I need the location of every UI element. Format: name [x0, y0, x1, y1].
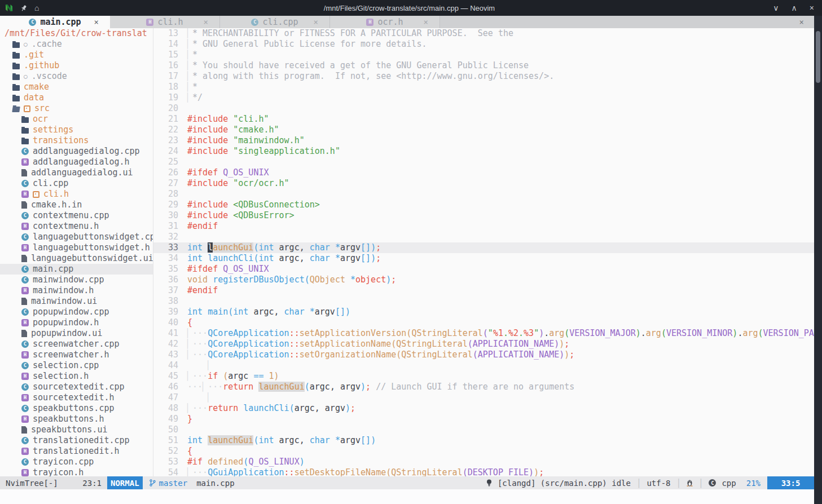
code-line-46[interactable]: 46···▏···return launchGui(argc, argv); /…	[153, 382, 814, 392]
code-line-33[interactable]: 33int launchGui(int argc, char *argv[]);	[153, 242, 814, 253]
tree-item-src[interactable]: src	[0, 103, 153, 114]
code-line-54[interactable]: 54▏···QGuiApplication::setDesktopFileNam…	[153, 467, 814, 476]
tree-item-mainwindow.ui[interactable]: mainwindow.ui	[0, 296, 153, 307]
code-line-16[interactable]: 16▏* You should have received a get of t…	[153, 60, 814, 71]
code-line-24[interactable]: 24#include "singleapplication.h"	[153, 146, 814, 157]
close-tab-icon[interactable]: ×	[94, 17, 99, 26]
code-line-17[interactable]: 17▏* along with this program. If not, se…	[153, 71, 814, 82]
code-line-19[interactable]: 19▏*/	[153, 92, 814, 103]
tree-item-languagebuttonswidget.cp[interactable]: Clanguagebuttonswidget.cp	[0, 232, 153, 242]
code-line-36[interactable]: 36void registerDBusObject(QObject *objec…	[153, 275, 814, 285]
code-line-15[interactable]: 15▏*	[153, 50, 814, 60]
code-line-22[interactable]: 22#include "cmake.h"	[153, 125, 814, 135]
code-line-38[interactable]: 38	[153, 296, 814, 307]
tree-item-screenwatcher.h[interactable]: Hscreenwatcher.h	[0, 350, 153, 360]
code-line-34[interactable]: 34int launchCli(int argc, char *argv[]);	[153, 253, 814, 264]
code-line-39[interactable]: 39int main(int argc, char *argv[])	[153, 307, 814, 317]
tree-item-cmake.h.in[interactable]: cmake.h.in	[0, 200, 153, 210]
tree-item-screenwatcher.cpp[interactable]: Cscreenwatcher.cpp	[0, 339, 153, 350]
tree-item-contextmenu.cpp[interactable]: Ccontextmenu.cpp	[0, 210, 153, 221]
code-line-48[interactable]: 48▏···return launchCli(argc, argv);	[153, 403, 814, 414]
tree-item-mainwindow.h[interactable]: Hmainwindow.h	[0, 285, 153, 296]
tree-item-sourcetextedit.cpp[interactable]: Csourcetextedit.cpp	[0, 382, 153, 392]
code-line-35[interactable]: 35#ifdef Q_OS_UNIX	[153, 264, 814, 275]
close-tab-icon[interactable]: ×	[424, 17, 428, 26]
code-line-43[interactable]: 43▏···QCoreApplication::setOrganizationN…	[153, 350, 814, 360]
close-tab-icon[interactable]: ×	[314, 17, 318, 26]
tree-item-contextmenu.h[interactable]: Hcontextmenu.h	[0, 221, 153, 232]
tree-item-cmake[interactable]: cmake	[0, 82, 153, 92]
code-line-20[interactable]: 20	[153, 103, 814, 114]
tab-ocr.h[interactable]: Hocr.h×	[330, 16, 440, 28]
pin-icon[interactable]	[20, 5, 28, 12]
code-line-47[interactable]: 47 ▏	[153, 392, 814, 403]
code-line-14[interactable]: 14▏* GNU General Public License for more…	[153, 39, 814, 50]
code-line-53[interactable]: 53#if defined(Q_OS_LINUX)	[153, 457, 814, 467]
tree-item-languagebuttonswidget.h[interactable]: Hlanguagebuttonswidget.h	[0, 242, 153, 253]
tree-item-ocr[interactable]: ocr	[0, 114, 153, 125]
code-line-29[interactable]: 29#include <QDBusConnection>	[153, 200, 814, 210]
file-tree[interactable]: /mnt/Files/Git/crow-translat ○.cache.git…	[0, 28, 153, 476]
tree-item-data[interactable]: data	[0, 92, 153, 103]
home-icon[interactable]: ⌂	[34, 4, 39, 12]
tree-root-path[interactable]: /mnt/Files/Git/crow-translat	[0, 28, 153, 39]
tree-item-.git[interactable]: .git	[0, 50, 153, 60]
tree-item-mainwindow.cpp[interactable]: Cmainwindow.cpp	[0, 275, 153, 285]
code-line-27[interactable]: 27#include "ocr/ocr.h"	[153, 178, 814, 189]
code-line-25[interactable]: 25	[153, 157, 814, 167]
code-line-41[interactable]: 41▏···QCoreApplication::setApplicationVe…	[153, 328, 814, 339]
tree-item-popupwindow.h[interactable]: Hpopupwindow.h	[0, 317, 153, 328]
tree-item-speakbuttons.cpp[interactable]: Cspeakbuttons.cpp	[0, 403, 153, 414]
restore-down-icon[interactable]: ∨	[773, 3, 779, 12]
tree-item-selection.h[interactable]: Hselection.h	[0, 371, 153, 382]
maximize-icon[interactable]: ∧	[792, 3, 797, 12]
close-window-icon[interactable]: ×	[810, 3, 814, 12]
code-line-50[interactable]: 50	[153, 425, 814, 435]
close-tab-icon[interactable]: ×	[204, 17, 208, 26]
tree-item-addlanguagedialog.h[interactable]: Haddlanguagedialog.h	[0, 157, 153, 167]
tab-cli.h[interactable]: Hcli.h×	[110, 16, 220, 28]
tree-item-cli.h[interactable]: Hcli.h	[0, 189, 153, 200]
tree-item-translationedit.cpp[interactable]: Ctranslationedit.cpp	[0, 435, 153, 446]
code-line-13[interactable]: 13▏* MERCHANTABILITY or FITNESS FOR A PA…	[153, 28, 814, 39]
code-line-49[interactable]: 49}	[153, 414, 814, 425]
code-line-21[interactable]: 21#include "cli.h"	[153, 114, 814, 125]
tree-item-popupwindow.ui[interactable]: popupwindow.ui	[0, 328, 153, 339]
tree-item-.cache[interactable]: ○.cache	[0, 39, 153, 50]
code-line-30[interactable]: 30#include <QDBusError>	[153, 210, 814, 221]
tree-item-transitions[interactable]: transitions	[0, 135, 153, 146]
tree-item-cli.cpp[interactable]: Ccli.cpp	[0, 178, 153, 189]
code-line-42[interactable]: 42▏···QCoreApplication::setApplicationNa…	[153, 339, 814, 350]
code-line-18[interactable]: 18▏*	[153, 82, 814, 92]
tree-item-speakbuttons.ui[interactable]: speakbuttons.ui	[0, 425, 153, 435]
tree-item-.vscode[interactable]: ○.vscode	[0, 71, 153, 82]
code-line-37[interactable]: 37#endif	[153, 285, 814, 296]
code-line-40[interactable]: 40{	[153, 317, 814, 328]
tree-item-selection.cpp[interactable]: Cselection.cpp	[0, 360, 153, 371]
command-line[interactable]	[0, 489, 814, 504]
code-line-44[interactable]: 44 ▏	[153, 360, 814, 371]
tree-item-sourcetextedit.h[interactable]: Hsourcetextedit.h	[0, 392, 153, 403]
tree-item-trayicon.cpp[interactable]: Ctrayicon.cpp	[0, 457, 153, 467]
tree-item-.github[interactable]: .github	[0, 60, 153, 71]
code-line-45[interactable]: 45▏···if (argc == 1)	[153, 371, 814, 382]
tree-item-addlanguagedialog.ui[interactable]: addlanguagedialog.ui	[0, 167, 153, 178]
code-line-23[interactable]: 23#include "mainwindow.h"	[153, 135, 814, 146]
tree-item-popupwindow.cpp[interactable]: Cpopupwindow.cpp	[0, 307, 153, 317]
tree-item-addlanguagedialog.cpp[interactable]: Caddlanguagedialog.cpp	[0, 146, 153, 157]
tab-cli.cpp[interactable]: Ccli.cpp×	[220, 16, 330, 28]
scrollbar-track[interactable]	[814, 16, 822, 504]
tree-item-languagebuttonswidget.ui[interactable]: languagebuttonswidget.ui	[0, 253, 153, 264]
code-editor[interactable]: 13▏* MERCHANTABILITY or FITNESS FOR A PA…	[153, 28, 814, 476]
tree-item-settings[interactable]: settings	[0, 125, 153, 135]
code-line-31[interactable]: 31#endif	[153, 221, 814, 232]
code-line-51[interactable]: 51int launchGui(int argc, char *argv[])	[153, 435, 814, 446]
code-line-52[interactable]: 52{	[153, 446, 814, 457]
scrollbar-thumb[interactable]	[816, 31, 820, 83]
tree-item-translationedit.h[interactable]: Htranslationedit.h	[0, 446, 153, 457]
tabbar-close-icon[interactable]: ×	[799, 16, 804, 28]
tree-item-trayicon.h[interactable]: Htrayicon.h	[0, 467, 153, 476]
code-line-26[interactable]: 26#ifdef Q_OS_UNIX	[153, 167, 814, 178]
code-line-28[interactable]: 28	[153, 189, 814, 200]
tree-item-speakbuttons.h[interactable]: Hspeakbuttons.h	[0, 414, 153, 425]
